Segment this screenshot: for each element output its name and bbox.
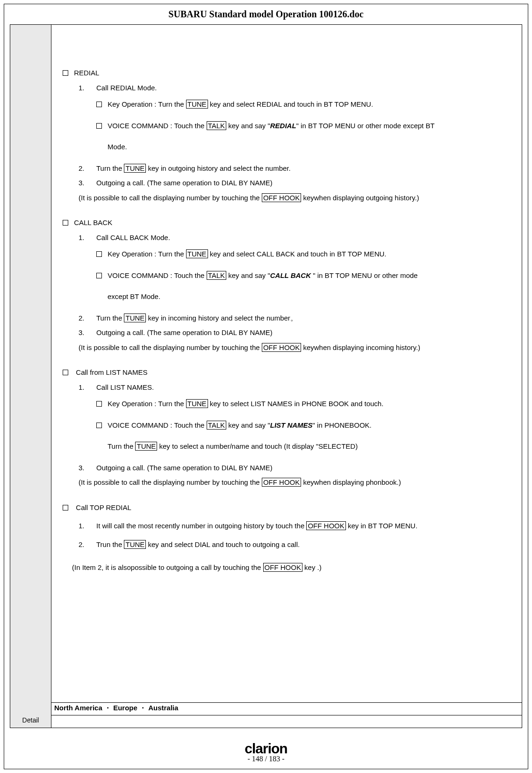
text: key and select CALL BACK and touch in BT… [208,250,387,258]
text: key to select a number/name and touch (I… [157,442,358,450]
tune-key: TUNE [135,442,157,451]
section-title: REDIAL [74,69,99,77]
checkbox-icon [96,251,102,257]
sub-item: Key Operation : Turn the TUNE key to sel… [63,398,510,410]
note: (In Item 2, it is alsopossible to outgoi… [63,562,510,574]
text: VOICE COMMAND : Touch the [108,122,206,130]
main-table: REDIAL 1.Call REDIAL Mode. Key Operation… [10,24,522,728]
list-item: 1.Call LIST NAMES. [63,381,510,394]
checkbox-icon [63,220,68,226]
text: It will call the most recently number in… [96,522,306,530]
text: Turn the [96,314,124,322]
section-header: REDIAL [63,67,510,79]
item-text: Call CALL BACK Mode. [96,233,170,241]
talk-key: TALK [207,121,226,130]
text: Key Operation : Turn the [108,100,186,108]
list-item: 1.It will call the most recently number … [63,520,510,532]
text: Turn the [96,164,124,172]
text: " in BT TOP MENU or other mode except BT [296,122,435,130]
sub-item: VOICE COMMAND : Touch the TALK key and s… [63,419,510,431]
item-number: 2. [79,539,96,551]
note: (It is possible to call the displaying n… [63,476,510,489]
tune-key: TUNE [186,100,208,109]
note: (It is possible to call the displaying n… [63,342,510,354]
footer: clarion - 148 / 183 - [4,741,528,763]
item-number: 1. [79,82,96,94]
item-number: 2. [79,162,96,175]
list-item: 1.Call REDIAL Mode. [63,82,510,94]
sub-item: VOICE COMMAND : Touch the TALK key and s… [63,270,510,282]
text: key and select REDIAL and touch in BT TO… [208,100,374,108]
text: keywhen displaying outgoing history.) [301,194,419,202]
item-text: Outgoing a call. (The same operation to … [96,179,273,187]
sub-item: Turn the TUNE key to select a number/nam… [63,440,510,452]
text: key and select DIAL and touch to outgoin… [146,540,300,548]
sub-item: VOICE COMMAND : Touch the TALK key and s… [63,120,510,132]
checkbox-icon [96,102,102,107]
regions-row: North America ・ Europe ・ Australia [51,702,522,715]
tune-key: TUNE [186,399,208,408]
checkbox-icon [63,370,68,375]
voice-command: CALL BACK [270,271,311,279]
text: key and say " [226,421,270,429]
text: key .) [302,563,322,571]
text: " in PHONEBOOK. [313,421,372,429]
checkbox-icon [96,401,102,407]
text: Key Operation : Turn the [108,250,186,258]
list-item: 1.Call CALL BACK Mode. [63,232,510,244]
document-title: SUBARU Standard model Operation 100126.d… [4,4,528,24]
text: (It is possible to call the displaying n… [79,343,262,351]
item-number: 1. [79,520,96,532]
offhook-key: OFF HOOK [262,193,301,202]
section-title: Call from LIST NAMES [76,368,147,376]
section-header: Call TOP REDIAL [63,502,510,514]
page-outer: SUBARU Standard model Operation 100126.d… [4,4,528,769]
talk-key: TALK [207,271,226,280]
offhook-key: OFF HOOK [263,563,302,572]
section-redial: REDIAL 1.Call REDIAL Mode. Key Operation… [63,67,510,204]
continuation: Mode. [63,141,510,153]
text: VOICE COMMAND : Touch the [108,271,206,279]
tune-key: TUNE [124,540,146,549]
tune-key: TUNE [124,314,146,322]
list-item: 3.Outgoing a call. (The same operation t… [63,327,510,339]
text: keywhen displaying incoming history.) [301,343,420,351]
tune-key: TUNE [186,249,208,258]
checkbox-icon [63,70,68,76]
offhook-key: OFF HOOK [262,478,301,487]
section-header: Call from LIST NAMES [63,366,510,379]
text: (It is possible to call the displaying n… [79,478,262,486]
text: Turn the [108,442,135,450]
section-header: CALL BACK [63,217,510,229]
sub-item: Key Operation : Turn the TUNE key and se… [63,248,510,260]
item-number: 3. [79,177,96,189]
voice-command: LIST NAMES [270,421,313,429]
list-item: 2.Turn the TUNE key in incoming history … [63,312,510,324]
item-number: 3. [79,462,96,474]
text: key in incoming history and select the n… [146,314,297,322]
item-text: Call REDIAL Mode. [96,84,157,92]
sub-item: Key Operation : Turn the TUNE key and se… [63,98,510,110]
item-number: 1. [79,381,96,394]
item-text: Call LIST NAMES. [96,383,154,391]
detail-row: Detail [10,715,522,728]
checkbox-icon [63,505,68,510]
tune-key: TUNE [124,164,146,173]
left-column [10,25,51,728]
section-callback: CALL BACK 1.Call CALL BACK Mode. Key Ope… [63,217,510,353]
checkbox-icon [96,123,102,129]
voice-command: REDIAL [270,122,296,130]
content-area: REDIAL 1.Call REDIAL Mode. Key Operation… [51,25,522,702]
continuation: except BT Mode. [63,291,510,303]
text: keywhen displaying phonbook.) [301,478,401,486]
section-topredial: Call TOP REDIAL 1.It will call the most … [63,502,510,574]
offhook-key: OFF HOOK [306,521,345,530]
item-number: 2. [79,312,96,324]
list-item: 2.Trun the TUNE key and select DIAL and … [63,539,510,551]
text: Trun the [96,540,124,548]
talk-key: TALK [207,421,226,430]
text: Key Operation : Turn the [108,400,186,408]
text: key in outgoing history and select the n… [146,164,290,172]
text: VOICE COMMAND : Touch the [108,421,206,429]
item-text: Outgoing a call. (The same operation to … [96,464,273,472]
